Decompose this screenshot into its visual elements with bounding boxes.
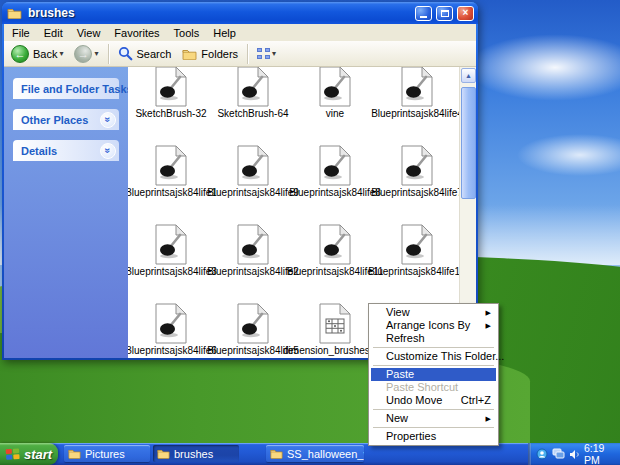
file-icon	[318, 224, 352, 265]
file-item[interactable]: Blueprintsajsk84life4	[376, 67, 458, 139]
taskbar-window-button[interactable]: SS_halloween_vectors	[266, 445, 364, 462]
file-item[interactable]: SketchBrush-64	[212, 67, 294, 139]
file-item[interactable]: Blueprintsajsk84life5	[212, 297, 294, 358]
file-item[interactable]: Blueprintsajsk84life6	[130, 297, 212, 358]
back-button[interactable]: ← Back ▾	[6, 42, 68, 66]
file-icon	[154, 224, 188, 265]
context-menu-item[interactable]: Refresh	[371, 332, 496, 345]
system-tray: 6:19 PM	[528, 443, 620, 465]
context-menu-item-label: Paste	[386, 368, 414, 381]
abr-file-icon	[318, 303, 352, 344]
file-item[interactable]: Blueprintsajsk84life11	[294, 218, 376, 297]
file-label: Blueprintsajsk84life8	[289, 187, 381, 198]
start-button[interactable]: start	[0, 443, 58, 465]
brush-file-icon	[236, 145, 270, 186]
file-icon	[400, 145, 434, 186]
tray-messenger-icon[interactable]	[536, 448, 548, 460]
brush-file-icon	[154, 145, 188, 186]
chevron-icon[interactable]: »	[100, 112, 116, 128]
forward-button[interactable]: ← ▾	[69, 42, 103, 66]
file-icon	[236, 145, 270, 186]
context-menu-item-label: Customize This Folder...	[386, 350, 504, 363]
file-label: Blueprintsajsk84life1	[128, 187, 217, 198]
menu-item[interactable]: Favorites	[107, 26, 166, 40]
file-item[interactable]: SketchBrush-32	[130, 67, 212, 139]
file-icon	[318, 303, 352, 344]
sidebar-panel-header[interactable]: Details »	[13, 140, 119, 161]
folder-icon	[157, 448, 170, 459]
menu-item[interactable]: Help	[206, 26, 243, 40]
file-item[interactable]: Blueprintsajsk84life2	[212, 218, 294, 297]
task-button-label: SS_halloween_vectors	[287, 448, 364, 460]
file-item[interactable]: Blueprintsajsk84life1	[130, 139, 212, 218]
toolbar-separator	[247, 44, 248, 64]
context-menu-item[interactable]: Paste	[371, 368, 496, 381]
file-item[interactable]: Blueprintsajsk84life10	[376, 218, 458, 297]
context-menu-item[interactable]: View ▶	[371, 306, 496, 319]
file-icon	[236, 303, 270, 344]
views-dropdown-icon[interactable]: ▾	[272, 49, 276, 58]
file-item[interactable]: dimension_brushes.abr	[294, 297, 376, 358]
search-icon	[118, 46, 133, 61]
taskbar-clock[interactable]: 6:19 PM	[584, 442, 614, 465]
scroll-up-icon[interactable]: ▲	[461, 68, 476, 83]
menu-item[interactable]: Edit	[37, 26, 70, 40]
menu-item[interactable]: View	[70, 26, 108, 40]
context-menu-item[interactable]: New ▶	[371, 412, 496, 425]
menu-item[interactable]: File	[5, 26, 37, 40]
context-menu-item[interactable]: Arrange Icons By ▶	[371, 319, 496, 332]
folders-button[interactable]: Folders	[177, 42, 243, 66]
context-menu-item-right: ▶	[486, 412, 491, 425]
back-icon: ←	[11, 45, 29, 63]
sidebar-panel-header[interactable]: Other Places »	[13, 109, 119, 130]
folder-icon	[68, 448, 81, 459]
context-menu-item[interactable]: Customize This Folder...	[371, 350, 496, 363]
context-menu-item[interactable]: Undo Move Ctrl+Z	[371, 394, 496, 407]
context-menu-item-right: Ctrl+Z	[461, 394, 491, 407]
file-item[interactable]: Blueprintsajsk84life7	[376, 139, 458, 218]
file-item[interactable]: Blueprintsajsk84life8	[294, 139, 376, 218]
file-item[interactable]: vine	[294, 67, 376, 139]
minimize-button[interactable]	[415, 6, 432, 21]
brush-file-icon	[400, 224, 434, 265]
file-item[interactable]: Blueprintsajsk84life9	[212, 139, 294, 218]
brush-file-icon	[318, 224, 352, 265]
file-icon	[154, 303, 188, 344]
search-button[interactable]: Search	[113, 42, 177, 66]
sidebar-panel-header[interactable]: File and Folder Tasks »	[13, 78, 119, 99]
panel-title: File and Folder Tasks	[21, 83, 133, 95]
sidebar: File and Folder Tasks » Other Places » D…	[4, 67, 128, 358]
taskbar-window-button[interactable]: brushes	[153, 445, 239, 462]
taskbar-window-button[interactable]: Pictures	[64, 445, 150, 462]
context-menu-item-label: View	[386, 306, 410, 319]
views-icon	[257, 48, 270, 59]
chevron-icon[interactable]: »	[100, 143, 116, 159]
tray-network-icon[interactable]	[552, 448, 565, 460]
file-icon	[236, 67, 270, 107]
menu-item[interactable]: Tools	[167, 26, 207, 40]
search-label: Search	[137, 48, 172, 60]
sidebar-panel: Details »	[13, 140, 119, 161]
back-label: Back	[33, 48, 57, 60]
panel-title: Other Places	[21, 114, 88, 126]
file-item[interactable]: Blueprintsajsk84life3	[130, 218, 212, 297]
context-menu: View ▶ Arrange Icons By ▶ Refresh Custom…	[368, 303, 499, 446]
toolbar-separator	[108, 44, 109, 64]
brush-file-icon	[318, 145, 352, 186]
file-label: Blueprintsajsk84life7	[371, 187, 463, 198]
scrollbar-thumb[interactable]	[461, 87, 476, 199]
close-button[interactable]: ×	[457, 6, 474, 21]
forward-dropdown-icon[interactable]: ▾	[94, 49, 98, 58]
context-menu-item-label: New	[386, 412, 408, 425]
cloud	[490, 125, 620, 185]
context-menu-item[interactable]: Properties	[371, 430, 496, 443]
back-dropdown-icon[interactable]: ▾	[59, 49, 63, 58]
views-button[interactable]: ▾	[252, 42, 281, 66]
maximize-button[interactable]	[436, 6, 453, 21]
title-bar[interactable]: brushes ×	[2, 2, 478, 24]
file-label: SketchBrush-32	[135, 108, 206, 119]
context-menu-item-right: ▶	[486, 319, 491, 332]
context-menu-separator	[373, 347, 494, 348]
sidebar-panel: File and Folder Tasks »	[13, 78, 119, 99]
tray-volume-icon[interactable]	[569, 449, 580, 460]
